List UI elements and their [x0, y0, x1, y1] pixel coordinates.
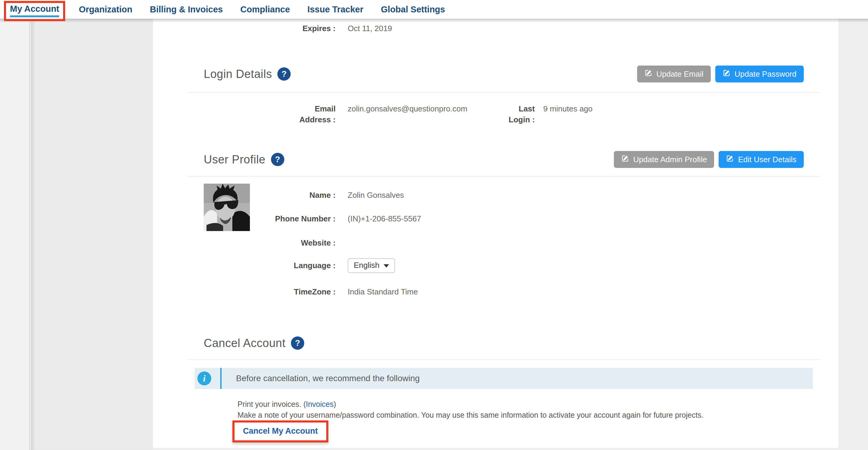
expires-value: Oct 11, 2019 [348, 23, 392, 34]
annotation-box-my-account: My Account [4, 1, 65, 21]
edit-icon [621, 154, 629, 164]
tab-organization[interactable]: Organization [79, 4, 132, 14]
user-profile-header: User Profile ? Update Admin Profile Edit… [204, 151, 804, 168]
login-details-title: Login Details [204, 68, 272, 81]
language-dropdown-wrap: English [348, 258, 395, 273]
help-icon[interactable]: ? [277, 67, 291, 81]
nav-drop-shadow [0, 19, 868, 23]
annotation-box-cancel: Cancel My Account [232, 420, 329, 443]
update-admin-profile-button[interactable]: Update Admin Profile [614, 151, 714, 168]
cancel-account-title: Cancel Account [204, 337, 285, 350]
top-nav: My Account Organization Billing & Invoic… [0, 0, 868, 19]
tab-issue-tracker[interactable]: Issue Tracker [308, 4, 363, 14]
language-label: Language : [153, 258, 336, 273]
login-details-header: Login Details ? Update Email Update Pass… [204, 65, 804, 83]
username-note-line: Make a note of your username/password co… [238, 411, 704, 420]
update-email-button[interactable]: Update Email [637, 65, 711, 83]
tab-compliance[interactable]: Compliance [240, 4, 290, 14]
help-icon[interactable]: ? [291, 336, 304, 350]
tab-my-account[interactable]: My Account [10, 4, 59, 17]
help-icon[interactable]: ? [271, 153, 284, 166]
name-value: Zolin Gonsalves [348, 190, 404, 201]
edit-user-details-button[interactable]: Edit User Details [719, 151, 804, 168]
left-gutter [0, 19, 30, 450]
section-divider [188, 92, 820, 93]
notice-title: Before cancellation, we recommend the fo… [236, 373, 420, 383]
print-invoices-line: Print your invoices. (Invoices) [238, 400, 336, 409]
tab-my-account-label: My Account [10, 4, 59, 17]
email-address-value: zolin.gonsalves@questionpro.com [348, 103, 467, 114]
tab-billing-invoices[interactable]: Billing & Invoices [150, 4, 223, 14]
cancel-my-account-link[interactable]: Cancel My Account [243, 426, 318, 436]
edit-icon [644, 69, 652, 79]
section-divider [188, 176, 820, 177]
invoices-link[interactable]: Invoices [306, 400, 334, 408]
edit-icon [726, 154, 734, 164]
chevron-down-icon [383, 264, 389, 268]
settings-card: Expires : Oct 11, 2019 Login Details ? U… [153, 19, 838, 448]
section-divider [188, 359, 820, 360]
timezone-value: India Standard Time [348, 286, 418, 297]
cancel-account-header: Cancel Account ? [204, 336, 804, 350]
user-profile-title: User Profile [204, 153, 266, 166]
notice-divider [220, 368, 221, 389]
last-login-label: Last Login : [485, 103, 535, 125]
timezone-label: TimeZone : [153, 286, 336, 297]
update-password-button[interactable]: Update Password [715, 65, 804, 83]
phone-label: Phone Number : [153, 213, 336, 224]
account-settings-page: My Account Organization Billing & Invoic… [0, 0, 868, 450]
expires-label: Expires : [153, 23, 336, 34]
language-selected-value: English [354, 261, 379, 270]
name-label: Name : [153, 190, 336, 201]
email-address-label: Email Address : [153, 103, 336, 125]
collapsed-sidebar-panel [31, 19, 153, 450]
website-label: Website : [153, 237, 336, 248]
language-dropdown[interactable]: English [348, 258, 395, 273]
tab-global-settings[interactable]: Global Settings [381, 4, 445, 14]
phone-value: (IN)+1-206-855-5567 [348, 213, 421, 224]
cancellation-notice: i Before cancellation, we recommend the … [195, 368, 813, 389]
last-login-value: 9 minutes ago [543, 103, 592, 114]
info-icon: i [197, 371, 211, 385]
edit-icon [722, 69, 731, 79]
